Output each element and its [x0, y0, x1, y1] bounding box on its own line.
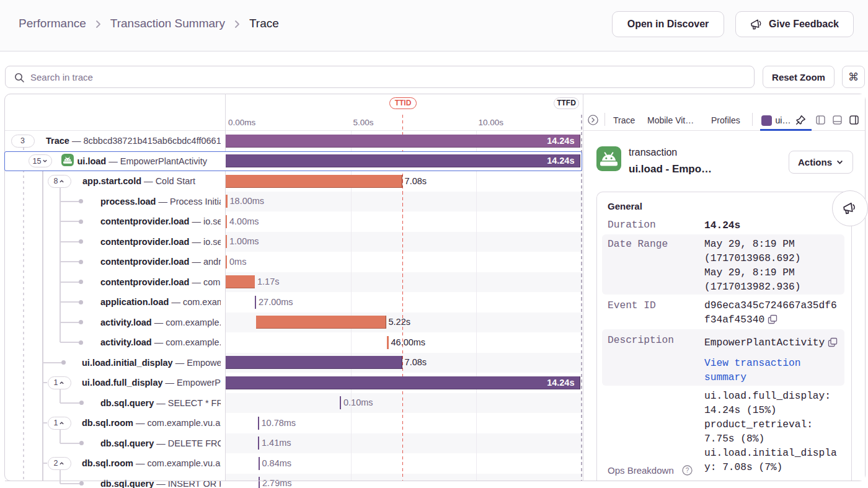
svg-text:?: ?	[686, 467, 689, 474]
